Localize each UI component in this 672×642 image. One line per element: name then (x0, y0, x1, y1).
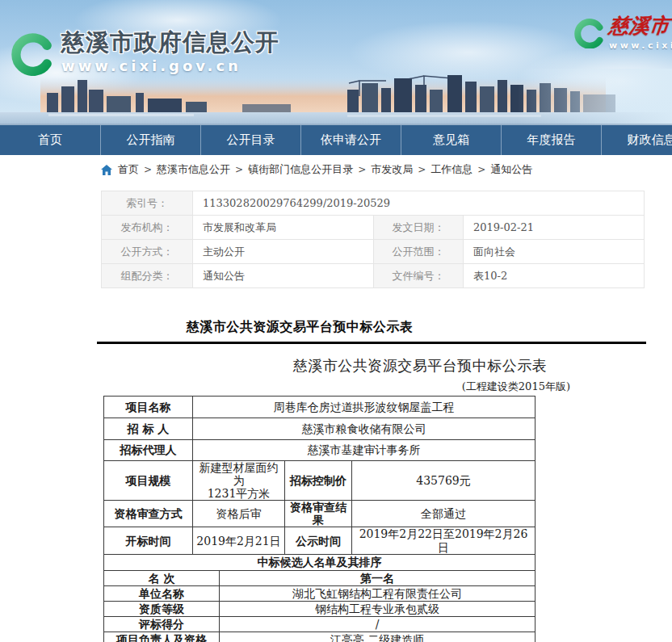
table-row: 单位名称 湖北飞虹钢结构工程有限责任公司 (104, 585, 536, 601)
home-icon (101, 165, 112, 175)
document-title: 慈溪市公共资源交易平台预中标公示表 (194, 356, 646, 376)
project-name-label: 项目名称 (104, 397, 193, 418)
table-row: 资质等级 钢结构工程专业承包贰级 (104, 601, 536, 616)
breadcrumb-separator: > (418, 164, 426, 175)
main-nav: 首页 公开指南 公开目录 依申请公开 意见箱 年度报告 财政信息 (0, 125, 672, 155)
rank-value: 第一名 (220, 570, 536, 585)
nav-item-catalog[interactable]: 公开目录 (200, 125, 300, 155)
site-url: www.cixi.gov.cn (61, 57, 279, 74)
table-row: 开标时间 2019年2月21日 公示时间 2019年2月22日至2019年2月2… (104, 527, 536, 554)
breadcrumb-notices[interactable]: 通知公告 (490, 162, 532, 177)
score-value: / (220, 616, 536, 632)
page: 慈溪市政府信息公开 www.cixi.gov.cn 慈溪市 www.cixi.g… (0, 0, 672, 642)
publicity-time-label: 公示时间 (285, 527, 352, 554)
meta-row-category-docno: 组配分类： 通知公告 文件编号： 表10-2 (102, 264, 645, 288)
candidates-header: 中标候选人名单及其排序 (104, 554, 536, 570)
header-banner: 慈溪市政府信息公开 www.cixi.gov.cn 慈溪市 www.cixi.g… (0, 0, 672, 125)
scale-label: 项目规模 (104, 461, 193, 501)
score-label: 评标得分 (104, 616, 220, 632)
project-name-value: 周巷库仓房过道拱形波纹钢屋盖工程 (193, 397, 536, 418)
meta-method-value: 主动公开 (193, 240, 374, 264)
open-time-label: 开标时间 (104, 527, 193, 554)
qual-method-label: 资格审查方式 (104, 501, 193, 527)
meta-date-value: 2019-02-21 (464, 216, 645, 240)
manager-label: 项目负责人及资格 (104, 632, 220, 642)
nav-item-home[interactable]: 首页 (0, 125, 100, 155)
breadcrumb-separator: > (477, 164, 485, 175)
table-row: 资格审查方式 资格后审 资格审查结果 全部通过 (104, 501, 536, 527)
table-row: 中标候选人名单及其排序 (104, 554, 536, 570)
meta-scope-value: 面向社会 (464, 240, 645, 264)
company-value: 湖北飞虹钢结构工程有限责任公司 (220, 585, 536, 601)
breadcrumb-work-info[interactable]: 工作信息 (430, 162, 472, 177)
breadcrumb-home[interactable]: 首页 (118, 162, 139, 177)
meta-org-label: 发布机构： (102, 216, 193, 240)
breadcrumb-separator: > (235, 164, 243, 175)
qual-result-value: 全部通过 (352, 501, 536, 527)
breadcrumb-fgj[interactable]: 市发改局 (371, 162, 413, 177)
table-row: 项目名称 周巷库仓房过道拱形波纹钢屋盖工程 (104, 397, 536, 418)
table-row: 招 标 人 慈溪市粮食收储有限公司 (104, 418, 536, 440)
breadcrumb-separator: > (144, 164, 152, 175)
meta-category-value: 通知公告 (193, 264, 374, 288)
cixi-logo-icon (11, 29, 53, 76)
site-logo[interactable]: 慈溪市政府信息公开 www.cixi.gov.cn (11, 29, 279, 76)
meta-category-label: 组配分类： (102, 264, 193, 288)
agent-label: 招标代理人 (104, 440, 193, 461)
page-title: 慈溪市公共资源交易平台预中标公示表 (97, 319, 502, 336)
document-meta-table: 索引号： 113302820029764299/2019-20529 发布机构：… (101, 191, 645, 288)
breadcrumb-dept-catalog[interactable]: 镇街部门信息公开目录 (248, 162, 353, 177)
qualification-value: 钢结构工程专业承包贰级 (220, 601, 536, 616)
meta-row-org-date: 发布机构： 市发展和改革局 发文日期： 2019-02-21 (102, 216, 645, 240)
meta-index-label: 索引号： (102, 191, 193, 216)
qual-method-value: 资格后审 (193, 501, 285, 527)
qual-result-label: 资格审查结果 (285, 501, 352, 527)
meta-index-value: 113302820029764299/2019-20529 (193, 191, 645, 216)
company-label: 单位名称 (104, 585, 220, 601)
cixi-logo-small-icon (574, 16, 604, 48)
open-time-value: 2019年2月21日 (193, 527, 285, 554)
nav-item-fiscal-info[interactable]: 财政信息 (601, 125, 672, 155)
meta-method-label: 公开方式： (102, 240, 193, 264)
table-row: 项目负责人及资格 江亮亮 二级建造师 (104, 632, 536, 642)
meta-row-index: 索引号： 113302820029764299/2019-20529 (102, 191, 645, 216)
table-row: 招标代理人 慈溪市基建审计事务所 (104, 440, 536, 461)
nav-item-guide[interactable]: 公开指南 (100, 125, 200, 155)
control-price-label: 招标控制价 (285, 461, 352, 501)
title-divider (97, 342, 646, 344)
rank-label: 名 次 (104, 570, 220, 585)
breadcrumb: 首页 > 慈溪市信息公开 > 镇街部门信息公开目录 > 市发改局 > 工作信息 … (0, 157, 672, 183)
meta-row-method-scope: 公开方式： 主动公开 公开范围： 面向社会 (102, 240, 645, 264)
corner-site-url: www.cixi.gov.cn (609, 40, 672, 51)
meta-scope-label: 公开范围： (374, 240, 464, 264)
corner-logo[interactable]: 慈溪市 www.cixi.gov.cn (574, 15, 672, 51)
corner-site-name: 慈溪市 (608, 15, 672, 37)
meta-date-label: 发文日期： (374, 216, 464, 240)
qualification-label: 资质等级 (104, 601, 220, 616)
table-row: 项目规模 新建型材屋面约为 1231平方米 招标控制价 435769元 (104, 461, 536, 501)
nav-item-annual-report[interactable]: 年度报告 (501, 125, 601, 155)
tenderee-value: 慈溪市粮食收储有限公司 (193, 418, 536, 440)
meta-docno-label: 文件编号： (374, 264, 464, 288)
site-title: 慈溪市政府信息公开 (61, 29, 279, 55)
document-version-note: (工程建设类2015年版) (194, 380, 570, 394)
breadcrumb-city-info[interactable]: 慈溪市信息公开 (157, 162, 230, 177)
meta-docno-value: 表10-2 (464, 264, 645, 288)
table-row: 名 次 第一名 (104, 570, 536, 585)
meta-org-value: 市发展和改革局 (193, 216, 374, 240)
scale-value: 新建型材屋面约为 1231平方米 (193, 461, 285, 501)
control-price-value: 435769元 (352, 461, 536, 501)
nav-item-suggestion-box[interactable]: 意见箱 (401, 125, 501, 155)
breadcrumb-separator: > (358, 164, 366, 175)
agent-value: 慈溪市基建审计事务所 (193, 440, 536, 461)
city-skyline-illustration (0, 69, 672, 125)
bid-award-table: 项目名称 周巷库仓房过道拱形波纹钢屋盖工程 招 标 人 慈溪市粮食收储有限公司 … (103, 396, 536, 642)
table-row: 评标得分 / (104, 616, 536, 632)
nav-item-apply[interactable]: 依申请公开 (300, 125, 401, 155)
tenderee-label: 招 标 人 (104, 418, 193, 440)
manager-value: 江亮亮 二级建造师 (220, 632, 536, 642)
publicity-time-value: 2019年2月22日至2019年2月26日 (352, 527, 536, 554)
